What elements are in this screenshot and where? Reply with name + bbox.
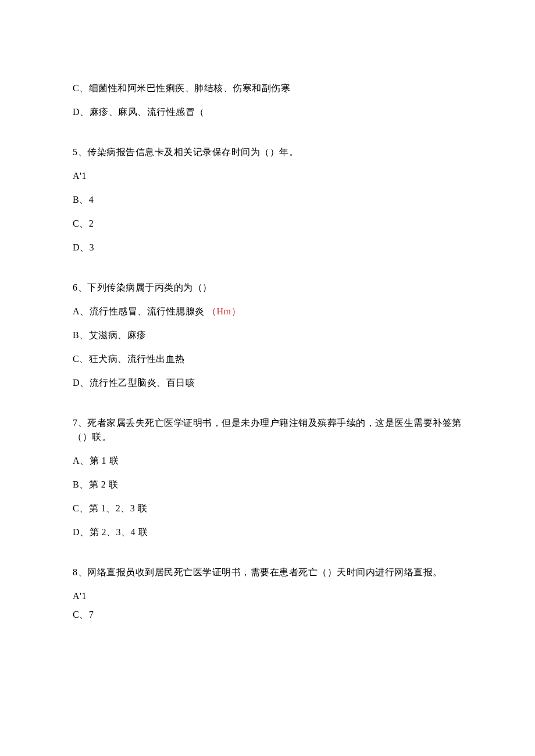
q5-option-c: C、2 — [73, 217, 462, 231]
spacer — [73, 549, 462, 565]
option-d-text: D、麻疹、麻风、流行性感冒（ — [73, 105, 462, 119]
q6-option-b: B、艾滋病、麻疹 — [73, 328, 462, 342]
question-8: 8、网络直报员收到居民死亡医学证明书，需要在患者死亡（）天时间内进行网络直报。 — [73, 565, 462, 579]
q8-option-c: C、7 — [73, 608, 462, 622]
q8-option-a: A'1 — [73, 589, 462, 603]
q7-option-c: C、第 1、2、3 联 — [73, 501, 462, 515]
q7-option-a: A、第 1 联 — [73, 454, 462, 468]
question-6: 6、下列传染病属于丙类的为（） — [73, 281, 462, 295]
spacer — [73, 264, 462, 281]
q7-option-d: D、第 2、3、4 联 — [73, 525, 462, 539]
document-page: C、细菌性和阿米巴性痢疾、肺结核、伤寒和副伤寒 D、麻疹、麻风、流行性感冒（ 5… — [0, 0, 535, 756]
q6-option-a: A、流行性感冒、流行性腮腺炎 （Hm） — [73, 304, 462, 318]
q6-option-c: C、狂犬病、流行性出血热 — [73, 352, 462, 366]
spacer — [73, 400, 462, 416]
question-7: 7、死者家属丢失死亡医学证明书，但是未办理户籍注销及殡葬手续的，这是医生需要补签… — [73, 416, 462, 444]
q6-option-a-annotation: （Hm） — [207, 306, 241, 316]
option-c-text: C、细菌性和阿米巴性痢疾、肺结核、伤寒和副伤寒 — [73, 81, 462, 95]
q6-option-a-text: A、流行性感冒、流行性腮腺炎 — [73, 306, 205, 316]
q6-option-d: D、流行性乙型脑炎、百日咳 — [73, 376, 462, 390]
q5-option-b: B、4 — [73, 193, 462, 207]
q5-option-a: A'1 — [73, 169, 462, 183]
question-5: 5、传染病报告信息卡及相关记录保存时间为（）年。 — [73, 145, 462, 159]
q7-option-b: B、第 2 联 — [73, 478, 462, 492]
q5-option-d: D、3 — [73, 241, 462, 255]
spacer — [73, 129, 462, 145]
